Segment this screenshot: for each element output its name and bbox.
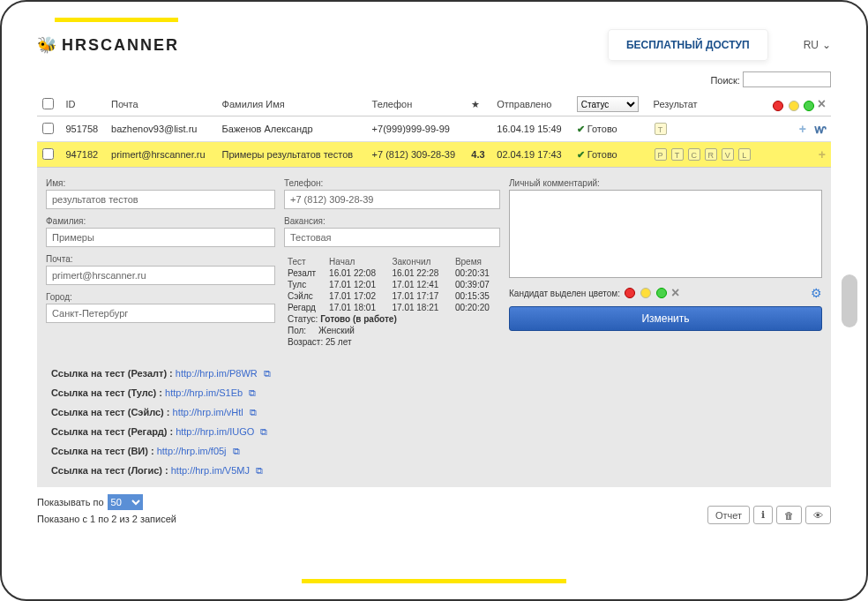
check-icon: ✔ bbox=[577, 149, 585, 160]
language-selector[interactable]: RU ⌄ bbox=[804, 39, 831, 51]
th-start: Начал bbox=[326, 256, 388, 267]
logo-icon: 🐝 bbox=[37, 35, 58, 55]
cell-star bbox=[466, 116, 491, 142]
surname-label: Фамилия: bbox=[46, 216, 275, 226]
search-label: Поиск: bbox=[710, 75, 740, 86]
table-row[interactable]: 951758 bazhenov93@list.ru Баженов Алекса… bbox=[37, 116, 831, 142]
city-input[interactable] bbox=[46, 304, 275, 323]
test-link[interactable]: http://hrp.im/f05j bbox=[157, 446, 227, 456]
th-id[interactable]: ID bbox=[60, 93, 106, 116]
records-info: Показано с 1 по 2 из 2 записей bbox=[37, 514, 176, 524]
badge-t[interactable]: T bbox=[671, 148, 684, 161]
phone-label: Телефон: bbox=[284, 178, 500, 188]
copy-icon[interactable]: ⧉ bbox=[233, 446, 240, 456]
check-icon: ✔ bbox=[577, 124, 585, 134]
header: 🐝 HRSCANNER БЕСПЛАТНЫЙ ДОСТУП RU ⌄ bbox=[37, 29, 831, 61]
view-button[interactable]: 👁 bbox=[805, 506, 831, 524]
header-right: БЕСПЛАТНЫЙ ДОСТУП RU ⌄ bbox=[608, 29, 831, 61]
color-yellow[interactable] bbox=[640, 288, 651, 298]
phone-input[interactable] bbox=[284, 190, 500, 209]
status-filter[interactable]: Статус bbox=[577, 96, 639, 112]
gear-icon[interactable]: ⚙ bbox=[811, 286, 822, 300]
cell-email: bazhenov93@list.ru bbox=[106, 116, 217, 142]
vacancy-input[interactable] bbox=[284, 228, 500, 247]
city-label: Город: bbox=[46, 292, 275, 302]
surname-input[interactable] bbox=[46, 228, 275, 247]
eye-icon: 👁 bbox=[813, 510, 823, 521]
per-page-label: Показывать по bbox=[37, 497, 104, 507]
add-icon[interactable]: + bbox=[819, 147, 826, 162]
test-link[interactable]: http://hrp.im/vHtl bbox=[173, 407, 243, 417]
cell-phone: +7 (812) 309-28-39 bbox=[367, 142, 467, 168]
row-checkbox[interactable] bbox=[42, 148, 54, 160]
badge-r[interactable]: R bbox=[705, 148, 717, 161]
badge-p[interactable]: P bbox=[655, 148, 667, 161]
footer: Показывать по 50 Показано с 1 по 2 из 2 … bbox=[37, 494, 831, 524]
comment-input[interactable] bbox=[509, 190, 822, 278]
badge-v[interactable]: V bbox=[722, 148, 734, 161]
th-end: Закончил bbox=[389, 256, 452, 267]
color-row: Кандидат выделен цветом: × ⚙ bbox=[509, 285, 822, 301]
cell-email: primert@hrscanner.ru bbox=[106, 142, 217, 168]
th-phone[interactable]: Телефон bbox=[367, 93, 467, 116]
change-button[interactable]: Изменить bbox=[509, 306, 822, 331]
filter-yellow-icon[interactable] bbox=[789, 101, 799, 111]
tests-table: Тест Начал Закончил Время Резалт16.01 22… bbox=[284, 256, 500, 313]
delete-button[interactable]: 🗑 bbox=[776, 506, 802, 524]
table-row[interactable]: 947182 primert@hrscanner.ru Примеры резу… bbox=[37, 142, 831, 168]
tablet-home-button bbox=[842, 274, 857, 327]
detail-panel: Имя: Фамилия: Почта: Город: Телефон: Вак… bbox=[37, 168, 831, 357]
comment-label: Личный комментарий: bbox=[509, 178, 822, 188]
copy-icon[interactable]: ⧉ bbox=[250, 407, 257, 417]
th-email[interactable]: Почта bbox=[106, 93, 217, 116]
th-star[interactable]: ★ bbox=[466, 93, 491, 116]
vk-icon[interactable]: ⱳ bbox=[814, 122, 826, 136]
search-input[interactable] bbox=[743, 71, 831, 87]
cell-status: Готово bbox=[587, 124, 617, 134]
th-result[interactable]: Результат bbox=[648, 93, 764, 116]
th-sent[interactable]: Отправлено bbox=[491, 93, 571, 116]
cell-star: 4.3 bbox=[466, 142, 491, 168]
badge-l[interactable]: L bbox=[738, 148, 751, 161]
info-icon: ℹ bbox=[761, 509, 765, 520]
add-icon[interactable]: + bbox=[799, 122, 806, 136]
filter-red-icon[interactable] bbox=[773, 101, 783, 111]
th-name[interactable]: Фамилия Имя bbox=[217, 93, 367, 116]
test-link[interactable]: http://hrp.im/P8WR bbox=[176, 368, 258, 379]
color-red[interactable] bbox=[625, 288, 635, 298]
select-all-checkbox[interactable] bbox=[42, 98, 54, 109]
th-test: Тест bbox=[284, 256, 326, 267]
copy-icon[interactable]: ⧉ bbox=[264, 368, 271, 379]
trash-icon: 🗑 bbox=[784, 510, 794, 521]
filter-clear-icon[interactable]: × bbox=[818, 96, 826, 111]
info-button[interactable]: ℹ bbox=[753, 506, 773, 524]
color-clear-icon[interactable]: × bbox=[671, 285, 679, 301]
test-link[interactable]: http://hrp.im/S1Eb bbox=[165, 387, 243, 398]
per-page-select[interactable]: 50 bbox=[108, 494, 143, 510]
name-input[interactable] bbox=[46, 190, 275, 209]
free-access-button[interactable]: БЕСПЛАТНЫЙ ДОСТУП bbox=[608, 29, 768, 61]
name-label: Имя: bbox=[46, 178, 275, 188]
row-checkbox[interactable] bbox=[42, 123, 54, 134]
color-green[interactable] bbox=[656, 288, 667, 298]
cell-sent: 02.04.19 17:43 bbox=[491, 142, 571, 168]
cell-name: Примеры результатов тестов bbox=[217, 142, 367, 168]
test-link[interactable]: http://hrp.im/V5MJ bbox=[171, 465, 250, 476]
copy-icon[interactable]: ⧉ bbox=[249, 387, 256, 398]
badge-t[interactable]: T bbox=[655, 123, 667, 135]
chevron-down-icon: ⌄ bbox=[822, 39, 831, 51]
badge-c[interactable]: C bbox=[688, 148, 700, 161]
copy-icon[interactable]: ⧉ bbox=[260, 426, 267, 437]
cell-sent: 16.04.19 15:49 bbox=[491, 116, 571, 142]
logo-text: HRSCANNER bbox=[62, 36, 179, 55]
test-link[interactable]: http://hrp.im/IUGO bbox=[176, 426, 254, 437]
cell-status: Готово bbox=[587, 149, 617, 160]
search-row: Поиск: bbox=[37, 71, 831, 87]
copy-icon[interactable]: ⧉ bbox=[256, 465, 263, 476]
cell-id: 951758 bbox=[60, 116, 106, 142]
filter-green-icon[interactable] bbox=[804, 101, 814, 111]
candidates-table: ID Почта Фамилия Имя Телефон ★ Отправлен… bbox=[37, 93, 831, 168]
email-label: Почта: bbox=[46, 254, 275, 264]
report-button[interactable]: Отчет bbox=[707, 506, 750, 524]
email-input[interactable] bbox=[46, 266, 275, 285]
